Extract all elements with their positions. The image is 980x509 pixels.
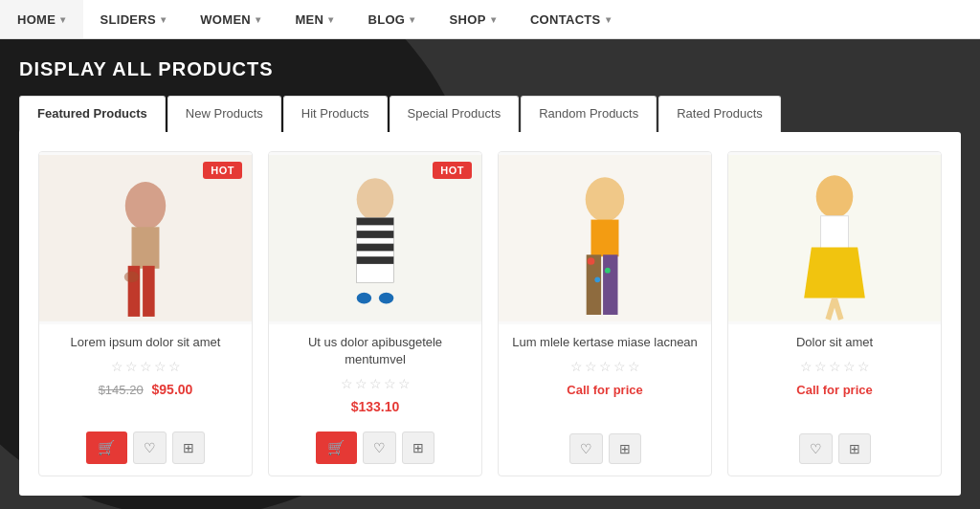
- tab-hit[interactable]: Hit Products: [283, 96, 388, 132]
- svg-rect-25: [821, 216, 849, 249]
- compare-button-1[interactable]: ⊞: [172, 432, 205, 464]
- product-price-3: Call for price: [508, 382, 702, 397]
- product-actions-3: ♡ ⊞: [499, 433, 711, 476]
- product-name-1: Lorem ipsum dolor sit amet: [49, 334, 242, 351]
- nav-sliders-arrow: ▾: [161, 14, 166, 25]
- tab-new[interactable]: New Products: [167, 96, 281, 132]
- product-price-4: Call for price: [738, 382, 931, 397]
- tab-random[interactable]: Random Products: [521, 96, 657, 132]
- nav-sliders[interactable]: SLIDERS ▾: [83, 0, 184, 38]
- compare-button-2[interactable]: ⊞: [402, 432, 434, 464]
- nav-shop-arrow: ▾: [491, 14, 496, 25]
- compare-button-3[interactable]: ⊞: [609, 433, 641, 464]
- section-title: DISPLAY ALL PRODUCTS: [19, 58, 961, 80]
- svg-point-22: [594, 277, 600, 283]
- tab-rated[interactable]: Rated Products: [658, 96, 781, 132]
- svg-point-13: [357, 293, 371, 304]
- svg-point-7: [357, 178, 394, 220]
- product-tabs: Featured Products New Products Hit Produ…: [19, 96, 961, 132]
- nav-contacts[interactable]: CONTACTS ▾: [513, 0, 628, 38]
- hot-badge-1: HOT: [203, 162, 242, 179]
- wishlist-button-3[interactable]: ♡: [569, 433, 603, 464]
- svg-point-14: [379, 293, 393, 304]
- price-old-1: $145.20: [99, 383, 144, 397]
- wishlist-button-1[interactable]: ♡: [133, 432, 167, 464]
- product-card-4: Dolor sit amet ☆ ☆ ☆ ☆ ☆ Call for price …: [727, 151, 942, 476]
- tab-featured[interactable]: Featured Products: [19, 96, 166, 132]
- svg-rect-12: [357, 256, 394, 264]
- svg-rect-17: [591, 220, 619, 257]
- product-actions-1: 🛒 ♡ ⊞: [39, 432, 252, 476]
- wishlist-button-2[interactable]: ♡: [363, 432, 396, 464]
- add-to-cart-button-2[interactable]: 🛒: [316, 432, 357, 464]
- product-stars-1: ☆ ☆ ☆ ☆ ☆: [49, 359, 242, 374]
- product-name-3: Lum mlele kertase miase lacnean: [508, 334, 702, 351]
- product-price-1: $145.20 $95.00: [49, 382, 242, 397]
- hot-badge-2: HOT: [433, 162, 472, 179]
- nav-blog[interactable]: BLOG ▾: [350, 0, 432, 38]
- nav-men-arrow: ▾: [328, 14, 333, 25]
- price-call-4: Call for price: [796, 383, 872, 397]
- svg-point-5: [124, 272, 139, 283]
- product-name-4: Dolor sit amet: [738, 334, 931, 351]
- product-stars-2: ☆ ☆ ☆ ☆ ☆: [278, 376, 472, 391]
- product-price-2: $133.10: [278, 399, 472, 414]
- svg-rect-2: [132, 227, 160, 268]
- product-card-2: HOT Ut us dolor apibusgetele mentumvel ☆…: [268, 151, 482, 476]
- main-navigation: HOME ▾ SLIDERS ▾ WOMEN ▾ MEN ▾ BLOG ▾ SH…: [0, 0, 980, 39]
- svg-point-16: [586, 177, 625, 221]
- product-stars-3: ☆ ☆ ☆ ☆ ☆: [508, 359, 702, 374]
- price-new-2: $133.10: [351, 399, 400, 414]
- wishlist-button-4[interactable]: ♡: [799, 433, 833, 464]
- price-call-3: Call for price: [567, 383, 642, 397]
- product-info-1: Lorem ipsum dolor sit amet ☆ ☆ ☆ ☆ ☆ $14…: [39, 324, 252, 432]
- nav-contacts-arrow: ▾: [606, 14, 611, 25]
- product-info-2: Ut us dolor apibusgetele mentumvel ☆ ☆ ☆…: [269, 324, 481, 432]
- nav-women-arrow: ▾: [256, 14, 260, 25]
- svg-rect-19: [603, 254, 617, 315]
- product-image-4: [728, 152, 941, 324]
- product-card-1: HOT Lorem ipsum dolor sit amet ☆ ☆ ☆ ☆ ☆…: [38, 151, 253, 476]
- svg-rect-10: [357, 231, 394, 238]
- nav-home-arrow: ▾: [60, 14, 65, 25]
- nav-blog-arrow: ▾: [410, 14, 414, 25]
- product-image-2: HOT: [269, 152, 481, 324]
- products-grid: HOT Lorem ipsum dolor sit amet ☆ ☆ ☆ ☆ ☆…: [38, 151, 942, 476]
- add-to-cart-button-1[interactable]: 🛒: [86, 432, 127, 464]
- hero-section: DISPLAY ALL PRODUCTS Featured Products N…: [0, 39, 980, 509]
- product-actions-2: 🛒 ♡ ⊞: [269, 432, 481, 476]
- nav-women[interactable]: WOMEN ▾: [183, 0, 278, 38]
- product-actions-4: ♡ ⊞: [728, 433, 941, 476]
- svg-rect-4: [143, 266, 155, 317]
- product-stars-4: ☆ ☆ ☆ ☆ ☆: [738, 359, 931, 374]
- products-panel: HOT Lorem ipsum dolor sit amet ☆ ☆ ☆ ☆ ☆…: [19, 132, 961, 496]
- nav-home[interactable]: HOME ▾: [0, 0, 83, 38]
- compare-button-4[interactable]: ⊞: [838, 433, 871, 464]
- svg-rect-11: [357, 244, 394, 252]
- svg-point-21: [605, 268, 611, 274]
- product-card-3: Lum mlele kertase miase lacnean ☆ ☆ ☆ ☆ …: [498, 151, 712, 476]
- product-info-4: Dolor sit amet ☆ ☆ ☆ ☆ ☆ Call for price: [728, 324, 941, 433]
- tab-special[interactable]: Special Products: [390, 96, 520, 132]
- product-image-1: HOT: [39, 152, 252, 324]
- nav-shop[interactable]: SHOP ▾: [433, 0, 513, 38]
- nav-men[interactable]: MEN ▾: [278, 0, 350, 38]
- svg-marker-26: [804, 248, 865, 299]
- svg-point-24: [816, 175, 854, 217]
- product-image-3: [499, 152, 711, 324]
- product-info-3: Lum mlele kertase miase lacnean ☆ ☆ ☆ ☆ …: [499, 324, 711, 433]
- svg-point-20: [588, 257, 595, 265]
- svg-point-1: [125, 182, 166, 230]
- price-new-1: $95.00: [152, 382, 193, 397]
- product-name-2: Ut us dolor apibusgetele mentumvel: [278, 334, 472, 368]
- svg-rect-9: [357, 218, 394, 226]
